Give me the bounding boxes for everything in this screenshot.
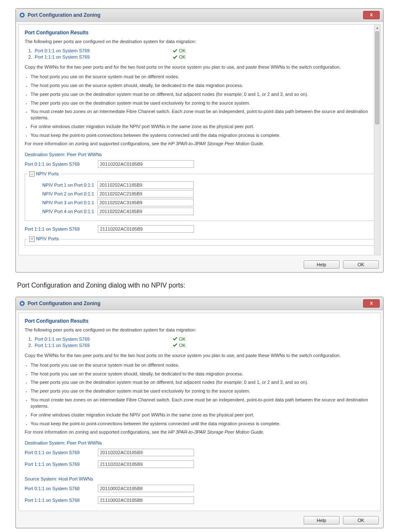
expand-icon[interactable]: + [29,236,35,242]
bullet-item: The peer ports you use on the destinatio… [31,91,374,98]
npiv-label: NPIV Port 4 on Port 0:1:1 [29,209,97,214]
source-port-row: Port 0:1:1 on System S768 [25,485,374,492]
port-label: Port 0:1:1 on System S769 [35,48,173,53]
collapse-icon[interactable]: − [29,171,35,177]
status-text: OK [179,48,186,53]
more-info-prefix: For more information on zoning and suppo… [25,429,168,434]
check-icon [173,337,177,341]
copy-wwns-text: Copy the WWNs for the two peer ports and… [25,353,374,358]
bullet-item: You must create two zones on an intermed… [31,108,374,121]
bullet-item: For online windows cluster migration inc… [31,412,374,418]
npiv-row: NPIV Port 2 on Port 0:1:1 [29,190,370,198]
close-button[interactable]: x [363,299,380,308]
dest-port-row: Port 1:1:1 on System S769 [25,225,374,233]
port-status: OK [173,337,186,342]
ok-button[interactable]: OK [343,516,379,524]
results-heading: Port Configuration Results [25,318,374,324]
dest-port-label: Port 1:1:1 on System S769 [25,226,98,231]
port-status: OK [173,343,186,348]
more-info-doc: HP 3PAR-to-3PAR Storage Peer Motion Guid… [168,429,263,434]
npiv-row: NPIV Port 3 on Port 0:1:1 [29,199,370,206]
dest-port-row: Port 1:1:1 on System S769 [25,460,374,468]
port-result-row: 1. Port 0:1:1 on System S769 OK [25,337,374,342]
more-info-suffix: . [263,141,264,146]
npiv-input[interactable] [97,190,194,198]
app-icon [19,301,25,306]
bullet-list: The host ports you use on the source sys… [25,362,374,427]
dest-port-label: Port 0:1:1 on System S769 [25,162,98,167]
bullet-item: The host ports you use on the source sys… [31,371,374,377]
port-result-row: 2. Port 1:1:1 on System S769 OK [25,343,374,348]
bullet-item: The peer ports you use on the destinatio… [31,388,374,394]
help-button[interactable]: Help [304,260,340,269]
button-bar: Help OK [16,258,383,272]
intro-line: The following peer ports are configured … [25,327,374,332]
dialog-title: Port Configuration and Zoning [28,301,100,306]
bullet-list: The host ports you use on the source sys… [25,74,374,139]
close-button[interactable]: x [363,11,380,19]
svg-point-1 [21,14,23,16]
npiv-row: NPIV Port 4 on Port 0:1:1 [29,208,370,215]
port-num: 1. [25,337,32,342]
results-heading: Port Configuration Results [25,30,374,36]
dest-port-row: Port 0:1:1 on System S769 [25,449,374,456]
bullet-item: You must keep the point-to point-connect… [31,421,374,427]
npiv-row: NPIV Port 1 on Port 0:1:1 [29,181,370,189]
between-caption: Port Configuration and Zoning dialog wit… [17,282,382,289]
source-port-input[interactable] [98,485,194,492]
source-port-label: Port 1:1:1 on System S768 [25,498,98,503]
dest-port-input[interactable] [98,160,194,168]
npiv-input[interactable] [97,181,194,189]
dest-port-input[interactable] [98,225,194,233]
source-port-label: Port 0:1:1 on System S768 [25,486,98,491]
dest-heading: Destination System: Peer Port WWNs [25,152,374,157]
app-icon [19,12,25,18]
npiv-input[interactable] [97,199,194,206]
npiv-ports-fieldset-collapsed: + NPIV Ports [25,236,374,246]
scroll-up-icon[interactable]: ▴ [374,25,380,31]
bullet-item: The host ports you use on the source sys… [31,82,374,89]
npiv-ports-fieldset-expanded: − NPIV Ports NPIV Port 1 on Port 0:1:1 N… [25,171,374,221]
dest-port-label: Port 1:1:1 on System S769 [25,462,98,467]
bullet-item: The host ports you use on the source sys… [31,362,374,368]
dest-port-input[interactable] [98,460,194,468]
bullet-item: The peer ports you use on the destinatio… [31,379,374,386]
status-text: OK [179,337,186,342]
bullet-item: The peer ports you use on the destinatio… [31,100,374,106]
dialog-2: Port Configuration and Zoning x Port Con… [15,297,384,528]
port-label: Port 1:1:1 on System S769 [35,54,173,59]
port-label: Port 1:1:1 on System S769 [35,343,173,348]
scroll-thumb[interactable] [375,31,379,124]
scrollbar[interactable]: ▴ [374,25,380,255]
copy-wwns-text: Copy the WWNs for the two peer ports and… [25,64,374,69]
port-label: Port 0:1:1 on System S769 [35,337,173,342]
npiv-legend[interactable]: − NPIV Ports [28,171,60,177]
ok-button[interactable]: OK [343,260,379,269]
npiv-input[interactable] [97,208,194,215]
status-text: OK [179,343,186,348]
dest-port-row: Port 0:1:1 on System S769 [25,160,374,168]
dest-port-input[interactable] [98,449,194,456]
port-num: 2. [25,343,32,348]
port-status: OK [173,54,186,59]
button-bar: Help OK [16,514,383,528]
more-info-doc: HP 3PAR-to-3PAR Storage Peer Motion Guid… [168,141,263,146]
titlebar: Port Configuration and Zoning x [16,9,383,22]
port-result-row: 1. Port 0:1:1 on System S769 OK [25,48,374,53]
more-info-prefix: For more information on zoning and suppo… [25,141,168,146]
source-port-input[interactable] [98,496,194,504]
npiv-legend-text: NPIV Ports [36,236,59,241]
bullet-item: You must keep the point-to point-connect… [31,132,374,139]
dest-port-label: Port 0:1:1 on System S769 [25,450,98,455]
dialog-1: Port Configuration and Zoning x ▴ Port C… [15,8,384,272]
check-icon [173,49,177,53]
help-button[interactable]: Help [304,516,340,524]
npiv-legend[interactable]: + NPIV Ports [28,236,60,242]
source-heading: Source System: Host Port WWNs [25,476,374,481]
titlebar: Port Configuration and Zoning x [16,297,383,310]
port-status: OK [173,48,186,53]
dest-heading: Destination System: Peer Port WWNs [25,440,374,445]
more-info-line: For more information on zoning and suppo… [25,141,374,146]
check-icon [173,343,177,347]
bullet-item: For online windows cluster migration inc… [31,123,374,130]
